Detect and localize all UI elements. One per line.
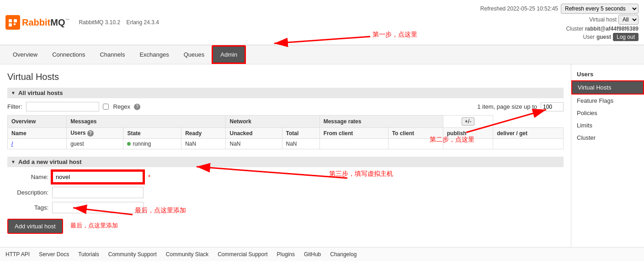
cluster-row: Cluster rabbit@af44f98f6389 [566, 26, 639, 32]
sidebar-limits-label: Limits [577, 122, 592, 129]
rabbitmq-version: RabbitMQ 3.10.2 [79, 19, 120, 26]
page-title: Virtual Hosts [7, 72, 564, 82]
sidebar-virtual-hosts-label: Virtual Hosts [578, 84, 611, 91]
sidebar-item-feature-flags[interactable]: Feature Flags [571, 95, 644, 107]
name-input[interactable] [52, 171, 144, 183]
footer: HTTP API Server Docs Tutorials Community… [0, 247, 644, 261]
nav-item-connections[interactable]: Connections [45, 47, 92, 63]
th-deliver-get: deliver / get [493, 128, 564, 139]
name-row: Name: * [7, 171, 564, 183]
th-to-client: To client [388, 128, 443, 139]
logo-rabbit: Rabbit [22, 17, 50, 27]
svg-rect-0 [9, 19, 12, 22]
refresh-area: Refreshed 2022-05-25 10:52:45 Refresh ev… [480, 4, 639, 41]
logo: RabbitMQ™ [5, 15, 69, 30]
add-button-row: Add virtual host 最后，点这里添加 [7, 217, 564, 234]
vhost-total-cell: NaN [282, 139, 319, 149]
footer-link-plugins[interactable]: Plugins [277, 251, 295, 258]
sidebar-item-policies[interactable]: Policies [571, 107, 644, 119]
user-name: guest [596, 34, 611, 40]
footer-link-github[interactable]: GitHub [304, 251, 321, 258]
add-virtual-host-button[interactable]: Add virtual host [7, 219, 63, 234]
step4-annotation: 最后，点这里添加 [70, 221, 118, 230]
sidebar-item-limits[interactable]: Limits [571, 119, 644, 132]
filter-label: Filter: [7, 103, 22, 110]
th-name: Name [8, 128, 67, 139]
add-section-arrow: ▼ [11, 159, 16, 164]
svg-rect-3 [14, 23, 16, 25]
nav-item-overview[interactable]: Overview [5, 47, 45, 63]
user-row: User guest Log out [583, 33, 639, 41]
th-ready: Ready [181, 128, 226, 139]
content-area: Virtual Hosts ▼ All virtual hosts Filter… [0, 64, 571, 247]
col-overview: Overview [8, 116, 67, 128]
refresh-select[interactable]: Refresh every 5 seconds Refresh every 10… [561, 4, 639, 14]
name-label: Name: [7, 174, 48, 180]
add-vhost-header[interactable]: ▼ Add a new virtual host [7, 157, 564, 167]
version-info: RabbitMQ 3.10.2 Erlang 24.3.4 [79, 19, 163, 26]
page-size-input[interactable] [541, 102, 564, 111]
running-dot [127, 142, 131, 146]
sidebar-item-virtual-hosts[interactable]: Virtual Hosts [571, 80, 644, 95]
footer-link-commercial-support[interactable]: Commercial Support [218, 251, 267, 258]
description-label: Description: [7, 189, 48, 196]
footer-link-http-api[interactable]: HTTP API [5, 251, 30, 258]
users-help-icon[interactable]: ? [87, 130, 94, 137]
vhost-from-client-cell [319, 139, 388, 149]
nav-item-exchanges[interactable]: Exchanges [132, 47, 176, 63]
vhost-name-cell[interactable]: / [8, 139, 67, 149]
vhost-unacked-cell: NaN [226, 139, 282, 149]
th-total: Total [282, 128, 319, 139]
plusminus-cell[interactable]: +/- [443, 116, 493, 128]
regex-help-icon[interactable]: ? [134, 104, 140, 110]
nav-item-channels[interactable]: Channels [92, 47, 132, 63]
add-vhost-section: ▼ Add a new virtual host Name: * Descrip… [7, 157, 564, 234]
vhost-publish-cell [443, 139, 493, 149]
vhost-name-link[interactable]: / [11, 141, 13, 147]
cluster-name: rabbit@af44f98f6389 [585, 26, 639, 32]
footer-link-community-slack[interactable]: Community Slack [166, 251, 208, 258]
all-vhosts-header[interactable]: ▼ All virtual hosts [7, 88, 564, 98]
sidebar-cluster-label: Cluster [577, 134, 596, 141]
description-input[interactable] [52, 187, 144, 198]
main-nav: Overview Connections Channels Exchanges … [0, 45, 644, 64]
logo-mq: MQ [50, 17, 65, 27]
vhost-select[interactable]: All [618, 15, 639, 25]
sidebar-feature-flags-label: Feature Flags [577, 97, 613, 104]
th-publish: publish [443, 128, 493, 139]
filter-input[interactable] [26, 102, 99, 111]
vhost-label: Virtual host [589, 16, 617, 23]
footer-link-community-support[interactable]: Community Support [108, 251, 157, 258]
vhost-ready-cell: NaN [181, 139, 226, 149]
sidebar-policies-label: Policies [577, 110, 597, 116]
nav-item-queues[interactable]: Queues [176, 47, 212, 63]
th-users: Users ? [67, 128, 123, 139]
footer-link-tutorials[interactable]: Tutorials [78, 251, 99, 258]
regex-checkbox[interactable] [103, 104, 109, 110]
tags-label: Tags: [7, 204, 48, 211]
vhost-deliver-get-cell [493, 139, 564, 149]
sidebar-item-cluster[interactable]: Cluster [571, 132, 644, 144]
plusminus-button[interactable]: +/- [462, 117, 474, 126]
vhost-table: Overview Messages Network Message rates … [7, 115, 564, 149]
tags-row: Tags: [7, 202, 564, 213]
th-from-client: From client [319, 128, 388, 139]
logout-button[interactable]: Log out [613, 33, 639, 41]
erlang-version: Erlang 24.3.4 [127, 19, 159, 26]
col-network: Network [226, 116, 319, 128]
regex-label: Regex [113, 103, 131, 110]
user-label: User [583, 34, 595, 40]
footer-link-changelog[interactable]: Changelog [330, 251, 357, 258]
nav-item-admin[interactable]: Admin [212, 45, 246, 64]
tags-input[interactable] [52, 202, 144, 213]
vhost-state-cell: running [123, 139, 181, 149]
page-size-text: 1 item, page size up to [477, 103, 537, 110]
th-state: State [123, 128, 181, 139]
footer-link-server-docs[interactable]: Server Docs [39, 251, 69, 258]
vhost-users-cell: guest [67, 139, 123, 149]
vhost-to-client-cell [388, 139, 443, 149]
add-vhost-label: Add a new virtual host [18, 158, 82, 165]
filter-row: Filter: Regex ? 1 item, page size up to [7, 102, 564, 111]
running-badge: running [127, 141, 151, 147]
all-vhosts-label: All virtual hosts [18, 90, 63, 96]
